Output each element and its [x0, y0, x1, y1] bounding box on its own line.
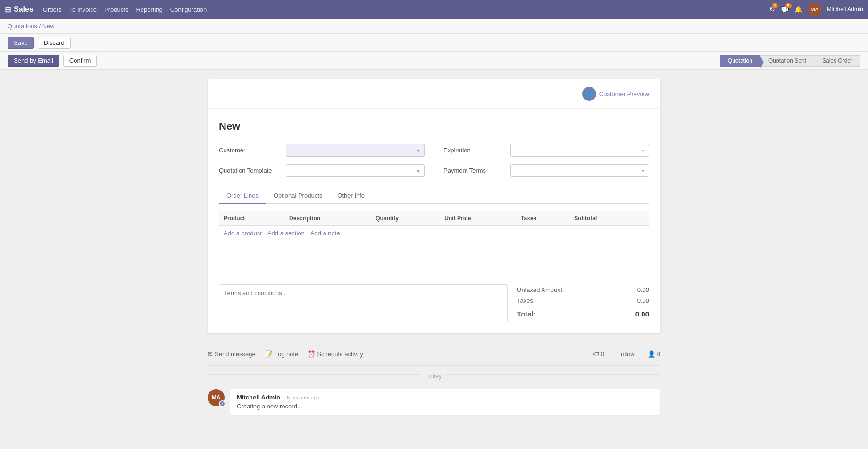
- payment-terms-select[interactable]: [510, 164, 649, 177]
- follow-button[interactable]: Follow: [612, 349, 640, 359]
- nav-orders[interactable]: Orders: [43, 6, 62, 13]
- status-pipeline: Quotation Quotation Sent Sales Order: [720, 55, 860, 67]
- chat-badge: 5: [785, 3, 792, 8]
- user-name: Mitchell Admin: [827, 6, 863, 13]
- col-description: Description: [284, 211, 371, 226]
- order-lines-table: Product Description Quantity Unit Price …: [219, 211, 649, 267]
- user-avatar[interactable]: MA: [808, 3, 821, 16]
- activity-item: MA ✓ Mitchell Admin · 6 minutes ago Crea…: [208, 383, 660, 420]
- save-button[interactable]: Save: [8, 37, 34, 49]
- main-nav: Orders To Invoice Products Reporting Con…: [43, 6, 769, 13]
- customer-label: Customer: [219, 147, 280, 154]
- activity-avatar: MA ✓: [208, 389, 225, 406]
- col-product: Product: [219, 211, 284, 226]
- quotation-card: 🌐 Customer Preview New Customer ▼: [208, 79, 660, 333]
- tab-optional-products[interactable]: Optional Products: [266, 188, 330, 204]
- status-quotation-sent[interactable]: Quotation Sent: [760, 55, 814, 67]
- customer-preview-button[interactable]: 🌐 Customer Preview: [582, 87, 649, 101]
- status-sales-order[interactable]: Sales Order: [814, 55, 860, 67]
- log-note-button[interactable]: 📝 Log note: [265, 350, 299, 358]
- untaxed-amount-row: Untaxed Amount: 0.00: [517, 284, 649, 295]
- order-tabs: Order Lines Optional Products Other Info: [219, 188, 649, 204]
- refresh-badge: 2: [772, 3, 778, 8]
- customer-field-row: Customer ▼: [219, 144, 425, 157]
- col-quantity: Quantity: [371, 211, 440, 226]
- payment-terms-field-row: Payment Terms ▼: [443, 164, 649, 177]
- add-product-link[interactable]: Add a product: [224, 230, 262, 237]
- quotation-template-select-wrapper: ▼: [286, 164, 425, 177]
- taxes-row: Taxes: 0.00: [517, 295, 649, 306]
- untaxed-amount-label: Untaxed Amount:: [517, 286, 564, 293]
- tab-order-lines[interactable]: Order Lines: [219, 188, 266, 204]
- form-fields: Customer ▼ Expiration ▼: [219, 144, 649, 177]
- activity-avatar-badge: ✓: [219, 400, 225, 407]
- customer-select[interactable]: [286, 144, 425, 157]
- app-name: Sales: [14, 5, 33, 14]
- main-content: 🌐 Customer Preview New Customer ▼: [0, 70, 868, 449]
- status-quotation[interactable]: Quotation: [720, 55, 760, 67]
- empty-row-2: [219, 254, 649, 267]
- likes-stat: 🏷 0: [593, 350, 604, 358]
- nav-configuration[interactable]: Configuration: [170, 6, 207, 13]
- activity-author: Mitchell Admin: [237, 394, 280, 401]
- col-unit-price: Unit Price: [440, 211, 516, 226]
- app-brand[interactable]: ⊞ Sales: [5, 5, 33, 14]
- chat-icon[interactable]: 💬 5: [781, 6, 789, 13]
- totals-area: Untaxed Amount: 0.00 Taxes: 0.00 Total: …: [517, 284, 649, 322]
- quotation-template-label: Quotation Template: [219, 167, 280, 174]
- nav-right: ↻ 2 💬 5 🔔 MA Mitchell Admin: [769, 3, 863, 16]
- activity-text: Creating a new record...: [237, 403, 654, 410]
- total-label: Total:: [517, 310, 536, 318]
- nav-reporting[interactable]: Reporting: [136, 6, 162, 13]
- col-subtotal: Subtotal: [569, 211, 638, 226]
- tab-other-info[interactable]: Other Info: [330, 188, 372, 204]
- send-email-button[interactable]: Send by Email: [8, 55, 59, 67]
- breadcrumb: Quotations / New: [0, 19, 868, 34]
- expiration-select-wrapper: ▼: [510, 144, 649, 157]
- form-title: New: [219, 120, 649, 133]
- quotation-template-field-row: Quotation Template ▼: [219, 164, 425, 177]
- expiration-select[interactable]: [510, 144, 649, 157]
- save-discard-bar: Save Discard: [0, 34, 868, 52]
- untaxed-amount-value: 0.00: [637, 286, 649, 293]
- taxes-label: Taxes:: [517, 297, 535, 304]
- add-links-cell: Add a product Add a section Add a note: [219, 226, 649, 241]
- followers-icon: 👤: [648, 350, 655, 358]
- card-header: 🌐 Customer Preview: [208, 79, 660, 109]
- date-divider: Today: [208, 366, 660, 383]
- total-value: 0.00: [635, 310, 649, 318]
- card-body: New Customer ▼ Expiration: [208, 109, 660, 333]
- top-navigation: ⊞ Sales Orders To Invoice Products Repor…: [0, 0, 868, 19]
- table-add-row: Add a product Add a section Add a note: [219, 226, 649, 241]
- col-menu-header: [638, 211, 649, 226]
- expiration-field-row: Expiration ▼: [443, 144, 649, 157]
- customer-preview-label: Customer Preview: [599, 91, 649, 98]
- refresh-icon[interactable]: ↻ 2: [769, 6, 775, 13]
- likes-count: 0: [601, 350, 604, 358]
- tag-icon: 🏷: [593, 350, 599, 358]
- clock-icon: ⏰: [308, 350, 315, 358]
- chatter-panel: ✉ Send message 📝 Log note ⏰ Schedule act…: [208, 343, 660, 420]
- customer-preview-icon: 🌐: [582, 87, 596, 101]
- schedule-activity-button[interactable]: ⏰ Schedule activity: [308, 350, 363, 358]
- log-note-icon: 📝: [265, 350, 273, 358]
- col-taxes: Taxes: [516, 211, 569, 226]
- discard-button[interactable]: Discard: [38, 37, 71, 49]
- chatter-right: 🏷 0 Follow 👤 0: [593, 349, 660, 359]
- breadcrumb-parent[interactable]: Quotations: [8, 23, 37, 30]
- add-section-link[interactable]: Add a section: [267, 230, 305, 237]
- terms-textarea[interactable]: [219, 284, 508, 322]
- action-status-bar: Send by Email Confirm Quotation Quotatio…: [0, 52, 868, 70]
- nav-to-invoice[interactable]: To Invoice: [69, 6, 97, 13]
- followers-count: 0: [657, 350, 660, 358]
- confirm-button[interactable]: Confirm: [63, 55, 97, 67]
- nav-products[interactable]: Products: [104, 6, 128, 13]
- grid-icon: ⊞: [5, 5, 11, 14]
- breadcrumb-current: New: [42, 23, 55, 30]
- activity-content-card: Mitchell Admin · 6 minutes ago Creating …: [230, 389, 660, 415]
- notifications-icon[interactable]: 🔔: [794, 6, 802, 13]
- quotation-template-select[interactable]: [286, 164, 425, 177]
- add-note-link[interactable]: Add a note: [310, 230, 340, 237]
- send-message-icon: ✉: [208, 350, 213, 358]
- send-message-button[interactable]: ✉ Send message: [208, 350, 256, 358]
